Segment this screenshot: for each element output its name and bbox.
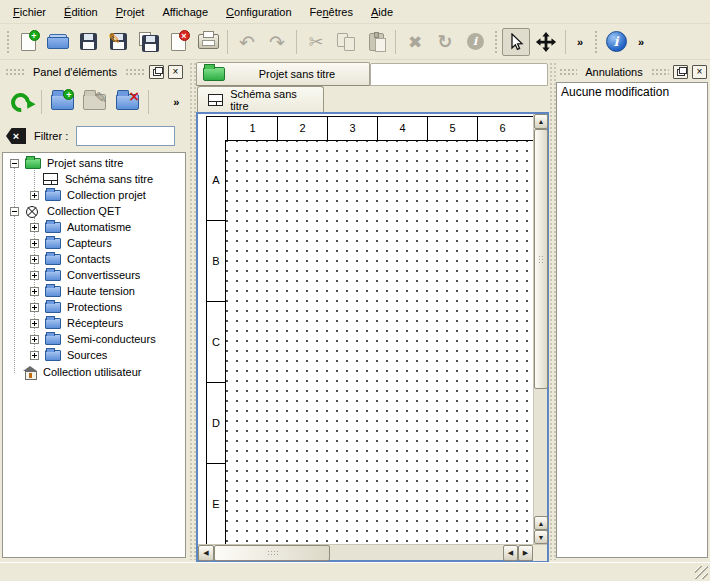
tree-item-schema[interactable]: Schéma sans titre xyxy=(3,172,185,188)
folder-icon xyxy=(45,350,61,361)
expand-expander[interactable] xyxy=(30,287,39,296)
pencil-icon: ✎ xyxy=(95,89,108,107)
cross-icon: × xyxy=(128,88,140,104)
toolbar-overflow-button[interactable]: » xyxy=(632,28,650,56)
filter-row: × Filtrer : xyxy=(0,122,188,150)
expand-expander[interactable] xyxy=(30,271,39,280)
menu-configuration[interactable]: Configuration xyxy=(217,3,300,21)
delete-button[interactable]: ✖ xyxy=(401,28,429,56)
scroll-left-button[interactable]: ◀ xyxy=(503,545,518,561)
menu-edition[interactable]: Édition xyxy=(55,3,107,21)
expand-expander[interactable] xyxy=(30,191,39,200)
horizontal-scrollbar[interactable]: ◀ ◀ ▶ xyxy=(198,544,547,560)
scroll-down-button[interactable]: ▼ xyxy=(534,530,548,544)
expand-expander[interactable] xyxy=(30,223,39,232)
element-info-button[interactable]: i xyxy=(461,28,489,56)
expand-expander[interactable] xyxy=(30,319,39,328)
vertical-scroll-track[interactable] xyxy=(534,389,547,516)
tree-item-contacts[interactable]: Contacts xyxy=(3,252,185,268)
elements-panel-toolbar: + ✎ × » xyxy=(0,82,188,122)
cut-button[interactable]: ✂ xyxy=(302,28,330,56)
filter-input[interactable] xyxy=(76,126,175,146)
row-label: A xyxy=(206,140,226,221)
expand-expander[interactable] xyxy=(30,335,39,344)
scroll-up-button[interactable]: ▲ xyxy=(534,516,548,530)
elements-panel: Panel d'éléments × + ✎ × » × Filtrer : xyxy=(0,60,188,562)
tree-item-recepteurs[interactable]: Récepteurs xyxy=(3,316,185,332)
tree-item-semi-conducteurs[interactable]: Semi-conducteurs xyxy=(3,332,185,348)
diagram-canvas[interactable]: 1 2 3 4 5 6 A B C D E xyxy=(198,114,533,544)
print-button[interactable] xyxy=(194,28,222,56)
tree-item-project[interactable]: Projet sans titre xyxy=(3,156,185,172)
collapse-expander[interactable] xyxy=(10,207,19,216)
tree-item-sources[interactable]: Sources xyxy=(3,348,185,364)
toolbar-drag-handle[interactable] xyxy=(493,29,498,55)
move-tool-button[interactable] xyxy=(532,28,560,56)
right-splitter-handle[interactable] xyxy=(549,62,556,560)
toolbar-drag-handle[interactable] xyxy=(5,29,10,55)
undo-history-list[interactable]: Aucune modification xyxy=(556,82,708,558)
elements-tree: Projet sans titre Schéma sans titre Coll… xyxy=(2,152,186,558)
toolbar-overflow-button[interactable]: » xyxy=(571,28,589,56)
tab-schema[interactable]: Schéma sans titre xyxy=(197,86,324,112)
resize-grip[interactable] xyxy=(695,566,708,579)
undo-button[interactable]: ↶ xyxy=(233,28,261,56)
new-project-button[interactable]: + xyxy=(14,28,42,56)
edit-category-button[interactable]: ✎ xyxy=(80,87,109,117)
tree-item-protections[interactable]: Protections xyxy=(3,300,185,316)
vertical-scroll-thumb[interactable] xyxy=(534,129,548,389)
scroll-up-button[interactable]: ▲ xyxy=(534,114,548,129)
close-panel-button[interactable]: × xyxy=(692,65,707,79)
folder-icon xyxy=(45,270,61,281)
new-category-button[interactable]: + xyxy=(48,87,77,117)
about-button[interactable]: i xyxy=(602,28,630,56)
save-as-button[interactable]: ✎ xyxy=(104,28,132,56)
save-button[interactable] xyxy=(74,28,102,56)
horizontal-scroll-thumb[interactable] xyxy=(214,545,330,561)
float-panel-button[interactable] xyxy=(673,65,688,79)
undo-list-item[interactable]: Aucune modification xyxy=(561,85,703,99)
menu-projet[interactable]: Projet xyxy=(107,3,154,21)
save-all-button[interactable] xyxy=(134,28,162,56)
copy-button[interactable] xyxy=(332,28,360,56)
paste-button[interactable] xyxy=(362,28,390,56)
expand-expander[interactable] xyxy=(30,351,39,360)
tab-project-label: Projet sans titre xyxy=(225,68,369,80)
vertical-scrollbar[interactable]: ▲ ▲ ▼ xyxy=(533,114,547,544)
tree-item-collection-utilisateur[interactable]: Collection utilisateur xyxy=(3,365,185,381)
clear-filter-button[interactable]: × xyxy=(6,128,26,144)
menu-fichier[interactable]: Fichier xyxy=(4,3,55,21)
panel-toolbar-overflow-button[interactable]: » xyxy=(167,87,186,117)
horizontal-scroll-track[interactable] xyxy=(330,545,503,560)
tree-item-collection-projet[interactable]: Collection projet xyxy=(3,188,185,204)
menu-aide[interactable]: Aide xyxy=(362,3,402,21)
expand-expander[interactable] xyxy=(30,255,39,264)
menu-fenetres[interactable]: Fenêtres xyxy=(301,3,362,21)
open-project-button[interactable] xyxy=(44,28,72,56)
undo-panel-header[interactable]: Annulations × xyxy=(556,62,710,82)
close-panel-button[interactable]: × xyxy=(168,65,183,79)
diagram-view: 1 2 3 4 5 6 A B C D E ▲ ▲ ▼ ◀ xyxy=(196,112,549,562)
rotate-button[interactable]: ↻ xyxy=(431,28,459,56)
expand-expander[interactable] xyxy=(30,239,39,248)
redo-button[interactable]: ↷ xyxy=(263,28,291,56)
expand-expander[interactable] xyxy=(30,303,39,312)
left-splitter-handle[interactable] xyxy=(189,62,196,560)
menu-affichage[interactable]: Affichage xyxy=(153,3,217,21)
elements-panel-header[interactable]: Panel d'éléments × xyxy=(2,62,186,82)
tree-item-haute-tension[interactable]: Haute tension xyxy=(3,284,185,300)
close-project-button[interactable]: × xyxy=(164,28,192,56)
tree-item-collection-qet[interactable]: Collection QET xyxy=(3,204,185,220)
scroll-left-button[interactable]: ◀ xyxy=(198,545,214,561)
scroll-right-button[interactable]: ▶ xyxy=(518,545,533,561)
select-tool-button[interactable] xyxy=(502,28,530,56)
float-panel-button[interactable] xyxy=(149,65,164,79)
delete-category-button[interactable]: × xyxy=(113,87,142,117)
collapse-expander[interactable] xyxy=(10,159,19,168)
tab-project[interactable]: Projet sans titre xyxy=(196,62,370,86)
toolbar-drag-handle[interactable] xyxy=(593,29,598,55)
tree-item-convertisseurs[interactable]: Convertisseurs xyxy=(3,268,185,284)
tree-item-capteurs[interactable]: Capteurs xyxy=(3,236,185,252)
tree-item-automatisme[interactable]: Automatisme xyxy=(3,220,185,236)
reload-collections-button[interactable] xyxy=(6,87,35,117)
